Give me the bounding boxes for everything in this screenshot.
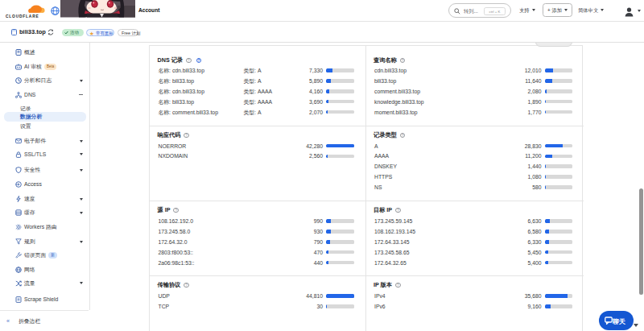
row-label: A — [374, 143, 378, 150]
chevron-down-icon — [601, 9, 604, 11]
sidebar-item-network[interactable]: 网络 — [0, 265, 89, 275]
row-value: 2,080 — [493, 88, 542, 95]
network-globe-icon — [15, 267, 22, 273]
support-menu[interactable]: 支持 — [519, 7, 535, 14]
help-icon[interactable]: ? — [395, 283, 401, 288]
row-value: 6,330 — [493, 238, 542, 246]
row-bar — [326, 68, 354, 72]
active-badge-label: 活动 — [70, 30, 79, 35]
row-label: knowledge.bili33.top — [374, 98, 424, 106]
row-value: 30 — [275, 303, 323, 310]
sidebar-item-security[interactable]: 安全性 — [0, 165, 89, 175]
scroll-down-icon[interactable] — [634, 324, 638, 327]
sidebar: 概述 AI 审核Beta 分析和日志 DNS 记录 数据分析 设置 电子邮件 S… — [0, 43, 89, 331]
sidebar-item-error-pages[interactable]: 错误页面新 — [0, 250, 89, 260]
sidebar-item-ssl-tls[interactable]: SSL/TLS — [0, 150, 89, 159]
row-value: 1,080 — [493, 173, 542, 180]
lock-icon — [15, 151, 22, 158]
row-name: 名称: bili33.top — [159, 77, 195, 85]
scrape-shield-icon — [15, 296, 22, 303]
row-value: 11,200 — [493, 152, 542, 159]
search-input[interactable]: 转到... ctrl + K — [448, 3, 511, 18]
card-dns-records: DNS 记录?? 名称: cdn.bili33.top 类型: A 7,330 … — [150, 46, 365, 126]
row-value: 28,830 — [493, 143, 542, 150]
sidebar-item-caching[interactable]: 缓存 — [0, 208, 89, 217]
row-label: comment.bili33.top — [374, 88, 420, 95]
data-row: NXDOMAIN 2,560 — [150, 152, 365, 159]
row-bar — [545, 164, 573, 168]
data-row: 名称: comment.bili33.top 类型: A 2,070 — [150, 109, 365, 116]
sidebar-item-email[interactable]: 电子邮件 — [0, 136, 89, 146]
sidebar-item-analytics-logs[interactable]: 分析和日志 — [0, 76, 89, 85]
help-icon[interactable]: ? — [186, 58, 192, 64]
row-label: 172.64.32.65 — [374, 259, 407, 267]
help-icon[interactable]: ? — [173, 208, 179, 213]
sidebar-item-ai-audit[interactable]: AI 审核Beta — [0, 62, 89, 72]
help-icon[interactable]: ? — [400, 133, 406, 139]
chat-button-label: 聊天 — [613, 317, 625, 326]
user-menu[interactable] — [625, 6, 641, 16]
card-title-text: DNS 记录 — [158, 56, 184, 64]
data-row: knowledge.bili33.top 1,890 — [366, 98, 584, 106]
sidebar-item-dns-analytics[interactable]: 数据分析 — [4, 112, 86, 122]
sidebar-item-label: 网络 — [24, 265, 35, 275]
sidebar-item-speed[interactable]: 速度 — [0, 194, 89, 204]
zone-switch-icon[interactable] — [47, 29, 54, 35]
help-icon[interactable]: ? — [184, 133, 189, 139]
workers-icon — [15, 224, 22, 230]
account-label[interactable]: Account — [138, 7, 159, 13]
sidebar-item-label: 缓存 — [24, 208, 35, 217]
row-bar — [326, 219, 354, 223]
data-row: cdn.bili33.top 12,010 — [366, 67, 584, 74]
collapse-sidebar-button[interactable]: « 折叠边栏 — [0, 317, 89, 326]
card-destination-ip: 目标 IP? 173.245.59.145 6,630 108.162.193.… — [366, 201, 584, 275]
sidebar-item-traffic[interactable]: 流量 — [0, 279, 89, 288]
sidebar-item-label: 错误页面新 — [24, 250, 57, 260]
row-value: 35,680 — [493, 292, 542, 300]
wrench-icon — [15, 252, 22, 259]
domain-name[interactable]: bili33.top — [19, 28, 46, 35]
row-value: 6,580 — [493, 228, 542, 235]
sidebar-border — [89, 43, 90, 310]
help-icon[interactable]: ? — [400, 58, 406, 64]
sidebar-item-dns[interactable]: DNS — [0, 90, 89, 100]
chat-bubble-icon — [605, 317, 613, 325]
card-record-type: 记录类型? A 28,830 AAAA 11,200 DNSKEY 1,440 … — [366, 126, 584, 201]
row-name: 名称: bili33.top — [159, 98, 195, 106]
language-menu[interactable]: 简体中文 — [578, 7, 604, 14]
row-bar — [545, 155, 573, 159]
help-icon[interactable]: ? — [395, 208, 401, 213]
sidebar-item-rules[interactable]: 规则 — [0, 237, 89, 246]
sidebar-item-workers-routes[interactable]: Workers 路由 — [0, 222, 89, 232]
data-row: A 28,830 — [366, 143, 584, 150]
info-icon[interactable]: ? — [196, 58, 202, 64]
data-row: 2a06:98c1:53:: 440 — [150, 259, 365, 267]
card-title: IP 版本? — [374, 281, 401, 289]
sidebar-item-scrape-shield[interactable]: Scrape Shield — [0, 295, 89, 304]
data-row: NOERROR 42,280 — [150, 143, 365, 150]
domain-bar: bili33.top 活动 ★ 带有星标 Free 计划 — [0, 22, 644, 43]
chevron-down-icon — [80, 282, 83, 284]
scrollbar-thumb[interactable] — [639, 188, 643, 295]
cloudflare-logo[interactable]: CLOUDFLARE — [5, 2, 47, 19]
avatar-image[interactable] — [60, 0, 135, 18]
row-value: 4,160 — [275, 88, 323, 95]
card-query-name: 查询名称? cdn.bili33.top 12,010 bili33.top 1… — [366, 46, 584, 126]
add-menu-button[interactable]: + 添加 — [543, 3, 572, 17]
sidebar-item-label: 电子邮件 — [24, 136, 46, 146]
analytics-icon — [15, 77, 22, 84]
sidebar-item-dns-settings[interactable]: 设置 — [0, 122, 89, 130]
help-icon[interactable]: ? — [184, 283, 189, 288]
row-label: UDP — [159, 292, 170, 300]
globe-icon[interactable] — [51, 6, 60, 15]
chat-button[interactable]: 聊天 — [599, 311, 634, 330]
row-bar — [545, 185, 573, 189]
database-icon — [15, 209, 22, 216]
data-row: 173.245.59.145 6,630 — [366, 217, 584, 225]
sidebar-item-overview[interactable]: 概述 — [0, 48, 89, 57]
cloudflare-cloud-icon — [5, 2, 47, 14]
sidebar-item-access[interactable]: Access — [0, 180, 89, 189]
row-value: 42,280 — [275, 143, 323, 150]
row-value: 2,070 — [275, 109, 323, 116]
funnel-icon — [15, 238, 22, 245]
